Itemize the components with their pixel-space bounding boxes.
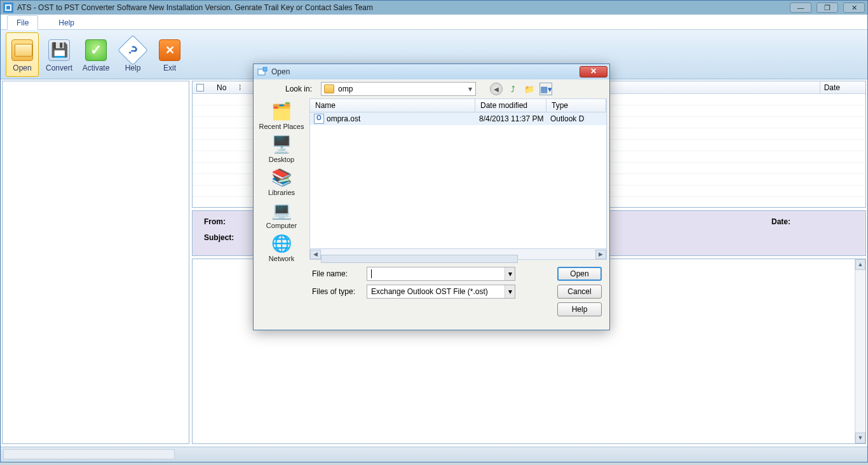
statusbar xyxy=(1,447,867,462)
chevron-down-icon[interactable]: ▾ xyxy=(505,267,515,280)
col-type[interactable]: Type xyxy=(546,99,606,112)
filetype-label: Files of type: xyxy=(309,287,360,296)
question-diamond-icon xyxy=(118,34,148,65)
dialog-form: File name: ▾ Open Files of type: Exchang… xyxy=(309,260,607,318)
place-computer-label: Computer xyxy=(266,222,297,229)
place-libraries[interactable]: 📚Libraries xyxy=(256,167,307,196)
computer-icon: 💻 xyxy=(269,200,294,220)
col-name[interactable]: Name xyxy=(310,99,475,112)
lookin-row: Look in: omp ▾ ◄ ⤴ 📁 ▦▾ xyxy=(254,79,609,98)
place-libraries-label: Libraries xyxy=(268,189,295,196)
scroll-up-arrow-icon[interactable]: ▲ xyxy=(855,259,865,270)
network-icon: 🌐 xyxy=(269,233,294,253)
chevron-down-icon[interactable]: ▾ xyxy=(505,285,515,298)
place-network-label: Network xyxy=(269,255,294,262)
svg-rect-2 xyxy=(6,6,10,10)
subject-label: Subject: xyxy=(204,233,234,242)
open-dialog-icon xyxy=(257,67,268,77)
col-date-modified[interactable]: Date modified xyxy=(475,99,546,112)
recent-places-icon: 🗂️ xyxy=(269,101,294,121)
app-title: ATS - OST to PST Converter Software New … xyxy=(17,3,790,12)
dialog-body: 🗂️Recent Places 🖥️Desktop 📚Libraries 💻Co… xyxy=(254,98,609,318)
place-network[interactable]: 🌐Network xyxy=(256,233,307,262)
ribbon-activate-label: Activate xyxy=(83,64,110,72)
dialog-title: Open xyxy=(271,67,580,76)
filetype-value: Exchange Outlook OST File (*.ost) xyxy=(371,287,488,296)
attachment-icon[interactable]: 𝄔 xyxy=(239,83,241,93)
status-progress xyxy=(3,449,175,459)
place-desktop-label: Desktop xyxy=(269,156,294,163)
desktop-icon: 🖥️ xyxy=(269,134,294,154)
scroll-right-arrow-icon[interactable]: ▶ xyxy=(595,250,606,259)
cancel-button[interactable]: Cancel xyxy=(557,285,602,299)
ost-file-icon xyxy=(314,114,324,124)
titlebar: ATS - OST to PST Converter Software New … xyxy=(1,1,867,15)
svg-rect-4 xyxy=(263,67,267,71)
folder-open-icon xyxy=(11,39,33,61)
place-recent-label: Recent Places xyxy=(259,123,304,130)
close-button[interactable]: ✕ xyxy=(843,3,865,13)
filetype-select[interactable]: Exchange Outlook OST File (*.ost) ▾ xyxy=(367,285,515,299)
places-bar: 🗂️Recent Places 🖥️Desktop 📚Libraries 💻Co… xyxy=(254,98,309,318)
maximize-button[interactable]: ❐ xyxy=(817,3,838,13)
lookin-label: Look in: xyxy=(260,84,316,93)
lookin-combo[interactable]: omp ▾ xyxy=(321,82,476,96)
view-menu-icon[interactable]: ▦▾ xyxy=(539,83,552,95)
ribbon-exit-button[interactable]: Exit xyxy=(153,32,186,77)
file-list[interactable]: ompra.ost 8/4/2013 11:37 PM Outlook D xyxy=(309,112,607,249)
scroll-left-arrow-icon[interactable]: ◀ xyxy=(310,250,321,259)
libraries-icon: 📚 xyxy=(269,167,294,187)
ribbon-open-button[interactable]: Open xyxy=(6,32,39,77)
window-controls: — ❐ ✕ xyxy=(790,3,865,13)
filename-input[interactable]: ▾ xyxy=(367,267,515,281)
new-folder-icon[interactable]: 📁 xyxy=(523,83,536,95)
menu-file[interactable]: File xyxy=(7,15,38,30)
col-no[interactable]: No xyxy=(217,83,226,92)
horizontal-scrollbar[interactable]: ◀ ▶ xyxy=(309,249,607,260)
chevron-down-icon: ▾ xyxy=(465,84,475,93)
minimize-button[interactable]: — xyxy=(790,3,811,13)
help-button[interactable]: Help xyxy=(557,302,602,316)
open-file-dialog: Open ✕ Look in: omp ▾ ◄ ⤴ 📁 ▦▾ 🗂️Recent … xyxy=(253,64,610,330)
filename-label: File name: xyxy=(309,269,360,278)
file-list-header: Name Date modified Type xyxy=(309,98,607,112)
place-recent[interactable]: 🗂️Recent Places xyxy=(256,101,307,130)
tree-panel[interactable] xyxy=(2,81,189,444)
app-icon xyxy=(3,3,13,13)
ribbon-activate-button[interactable]: Activate xyxy=(79,32,112,77)
folder-icon xyxy=(324,84,334,93)
back-icon[interactable]: ◄ xyxy=(490,83,503,95)
from-label: From: xyxy=(204,217,226,226)
save-disk-icon xyxy=(48,39,70,61)
ribbon-help-button[interactable]: Help xyxy=(116,32,149,77)
up-one-level-icon[interactable]: ⤴ xyxy=(506,83,519,95)
place-desktop[interactable]: 🖥️Desktop xyxy=(256,134,307,163)
file-type: Outlook D xyxy=(546,114,606,123)
menubar: File Help xyxy=(1,15,867,30)
menu-help[interactable]: Help xyxy=(50,16,83,29)
scroll-down-arrow-icon[interactable]: ▼ xyxy=(855,433,865,443)
date-label: Date: xyxy=(771,217,790,226)
dialog-close-button[interactable]: ✕ xyxy=(580,66,607,78)
file-name: ompra.ost xyxy=(327,114,360,123)
vertical-scrollbar[interactable]: ▲ ▼ xyxy=(855,259,865,443)
select-all-checkbox[interactable] xyxy=(196,84,204,91)
nav-icons: ◄ ⤴ 📁 ▦▾ xyxy=(490,83,552,95)
lookin-value: omp xyxy=(338,84,353,93)
exit-x-icon xyxy=(159,39,180,61)
scroll-thumb[interactable] xyxy=(321,255,518,263)
ribbon-convert-label: Convert xyxy=(46,64,72,72)
ribbon-open-label: Open xyxy=(13,64,31,72)
dialog-titlebar: Open ✕ xyxy=(254,64,609,79)
check-circle-icon xyxy=(85,39,107,61)
file-date: 8/4/2013 11:37 PM xyxy=(475,114,546,123)
place-computer[interactable]: 💻Computer xyxy=(256,200,307,229)
ribbon-exit-label: Exit xyxy=(163,64,176,72)
file-row[interactable]: ompra.ost 8/4/2013 11:37 PM Outlook D xyxy=(310,112,606,125)
ribbon-convert-button[interactable]: Convert xyxy=(43,32,76,77)
open-button[interactable]: Open xyxy=(557,267,602,281)
col-date[interactable]: Date xyxy=(820,81,865,93)
filename-value xyxy=(371,269,372,278)
file-area: Name Date modified Type ompra.ost 8/4/20… xyxy=(309,98,609,318)
